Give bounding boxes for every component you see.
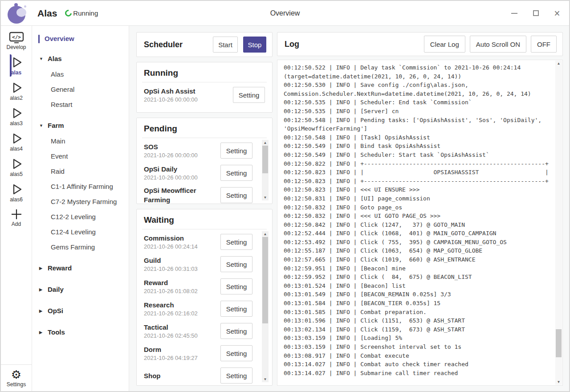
task-row: ShopSetting	[144, 364, 252, 385]
log-line: 00:12:50.522 | INFO | Delay task `Commis…	[284, 63, 550, 72]
log-line: 00:13:03.159 | INFO | [Loading] 5%	[284, 334, 550, 343]
log-line: 00:12:57.665 | INFO | Click (1019, 660) …	[284, 255, 550, 264]
nav-subitem-c12-4-leveling[interactable]: C12-4 Leveling	[32, 224, 129, 239]
nav-subitem-general[interactable]: General	[32, 82, 129, 97]
task-info: Commission2021-10-26 00:24:14	[144, 233, 220, 251]
task-name: OpSi Meowfficer Farming	[144, 186, 220, 204]
scrollbar-track[interactable]	[555, 66, 562, 379]
nav-subitem-c7-2-mystery-farming[interactable]: C7-2 Mystery Farming	[32, 194, 129, 209]
play-icon	[10, 157, 23, 171]
nav-subitem-gems-farming[interactable]: Gems Farming	[32, 239, 129, 254]
rail-item-alas5[interactable]: alas5	[10, 155, 23, 179]
rail-item-alas2[interactable]: alas2	[10, 79, 23, 103]
task-time: 2021-10-26 04:19:27	[144, 354, 220, 362]
rail-item-alas4[interactable]: alas4	[10, 130, 23, 154]
stop-button[interactable]: Stop	[243, 37, 266, 53]
nav-item-overview[interactable]: Overview	[32, 32, 129, 45]
maximize-button[interactable]	[532, 9, 540, 17]
task-name: SOS	[144, 142, 220, 151]
log-line: 00:12:50.842 | INFO | Click (1247, 37) @…	[284, 220, 550, 229]
rail-item-alas6[interactable]: alas6	[10, 180, 23, 204]
minimize-button[interactable]	[510, 9, 518, 17]
rail-item-alas3[interactable]: alas3	[10, 104, 23, 128]
chevron-right-icon: ▶	[39, 330, 45, 335]
auto-scroll-on-button[interactable]: Auto Scroll ON	[470, 36, 526, 53]
scroll-down-icon[interactable]: ▼	[557, 379, 561, 385]
rail-item-develop[interactable]: </> Develop	[1, 29, 32, 52]
scrollbar-thumb[interactable]	[556, 329, 562, 357]
pending-section: PendingSOS2021-10-26 00:00:00SettingOpSi…	[136, 118, 273, 204]
setting-button[interactable]: Setting	[220, 323, 252, 339]
log-line: 00:12:50.548 | INFO | Pending tasks: ['O…	[284, 116, 550, 125]
task-name: OpSi Ash Assist	[144, 86, 233, 96]
nav-group-header-opsi[interactable]: ▶OpSi	[32, 303, 129, 318]
nav-group-opsi: ▶OpSi	[32, 303, 129, 318]
setting-button[interactable]: Setting	[233, 87, 265, 103]
nav-subitem-alas[interactable]: Alas	[32, 66, 129, 82]
scrollbar-thumb[interactable]	[262, 146, 268, 173]
nav-subitem-raid[interactable]: Raid	[32, 163, 129, 179]
scroll-up-icon[interactable]: ▲	[264, 140, 267, 146]
nav-group-header-farm[interactable]: ▼Farm	[32, 118, 129, 133]
log-line: 00:13:14.027 | INFO | Submarine call tim…	[284, 369, 550, 378]
scrollbar-track[interactable]	[262, 146, 269, 195]
log-panel-header: Log Clear LogAuto Scroll ONOFF	[277, 32, 563, 56]
nav-subitem-main[interactable]: Main	[32, 133, 129, 148]
log-title: Log	[285, 40, 419, 49]
task-info: Shop	[144, 371, 220, 380]
scroll-down-icon[interactable]: ▼	[264, 376, 267, 382]
nav-group-header-tools[interactable]: ▶Tools	[32, 324, 129, 340]
setting-button[interactable]: Setting	[220, 368, 252, 384]
scroll-down-icon[interactable]: ▼	[264, 195, 267, 200]
setting-button[interactable]: Setting	[220, 301, 252, 317]
log-line: 00:13:14.027 | INFO | Combat auto check …	[284, 360, 550, 369]
nav-subitem-restart[interactable]: Restart	[32, 97, 129, 112]
close-button[interactable]: ×	[553, 9, 561, 17]
start-button[interactable]: Start	[213, 37, 238, 53]
pending-scrollbar[interactable]: ▲▼	[262, 140, 269, 200]
nav-group-header-alas[interactable]: ▼Alas	[32, 51, 129, 66]
task-name: Guild	[144, 256, 220, 265]
nav-group-header-reward[interactable]: ▶Reward	[32, 260, 129, 276]
setting-button[interactable]: Setting	[220, 256, 252, 272]
scrollbar-thumb[interactable]	[262, 237, 268, 323]
setting-button[interactable]: Setting	[220, 165, 252, 181]
main-area: </> Develop alasalas2alas3alas4alas5alas…	[1, 26, 569, 391]
waiting-scrollbar[interactable]: ▲▼	[262, 231, 269, 382]
task-info: OpSi Ash Assist2021-10-26 00:00:00	[144, 86, 233, 104]
play-icon	[10, 81, 23, 94]
scroll-up-icon[interactable]: ▲	[557, 61, 561, 66]
setting-button[interactable]: Setting	[220, 143, 252, 159]
task-sections: RunningOpSi Ash Assist2021-10-26 00:00:0…	[136, 62, 273, 386]
rail-item-alas[interactable]: alas	[10, 53, 23, 78]
log-line: 00:12:50.832 | INFO | Goto page_os	[284, 203, 550, 212]
setting-button[interactable]: Setting	[220, 187, 252, 203]
nav-group-header-daily[interactable]: ▶Daily	[32, 282, 129, 297]
setting-button[interactable]: Setting	[220, 278, 252, 294]
section-title-pending: Pending	[137, 118, 272, 138]
log-line: 00:12:50.823 | INFO | <<< UI ENSURE >>>	[284, 185, 550, 194]
rail-item-settings[interactable]: ⚙ Settings	[1, 364, 32, 391]
log-output[interactable]: 00:12:50.522 | INFO | Delay task `Commis…	[277, 60, 563, 386]
log-scrollbar[interactable]: ▲▼	[555, 61, 562, 385]
rail-item-label: alas6	[10, 196, 23, 203]
rail-item-add[interactable]: Add	[1, 206, 32, 229]
scroll-up-icon[interactable]: ▲	[264, 231, 267, 237]
task-time: 2021-10-26 00:24:14	[144, 243, 220, 251]
log-line: 00:12:50.549 | INFO | Scheduler: Start t…	[284, 151, 550, 159]
task-row: OpSi Ash Assist2021-10-26 00:00:00Settin…	[144, 84, 265, 106]
play-icon	[10, 132, 23, 145]
section-title-waiting: Waiting	[137, 209, 272, 229]
nav-subitem-c1-1-affinity-farming[interactable]: C1-1 Affinity Farming	[32, 179, 129, 194]
nav-subitem-c12-2-leveling[interactable]: C12-2 Leveling	[32, 209, 129, 224]
scrollbar-track[interactable]	[262, 237, 269, 376]
task-time: 2021-10-26 02:16:02	[144, 310, 220, 318]
setting-button[interactable]: Setting	[220, 234, 252, 250]
nav-subitem-event[interactable]: Event	[32, 148, 129, 163]
log-line: 00:13:02.134 | INFO | Click (1159, 673) …	[284, 325, 550, 334]
setting-button[interactable]: Setting	[220, 345, 252, 361]
scheduler-status-text: Running	[73, 9, 98, 17]
auto-scroll-off-button[interactable]: OFF	[531, 36, 557, 53]
app-name: Alas	[37, 8, 57, 19]
clear-log-button[interactable]: Clear Log	[424, 36, 465, 53]
